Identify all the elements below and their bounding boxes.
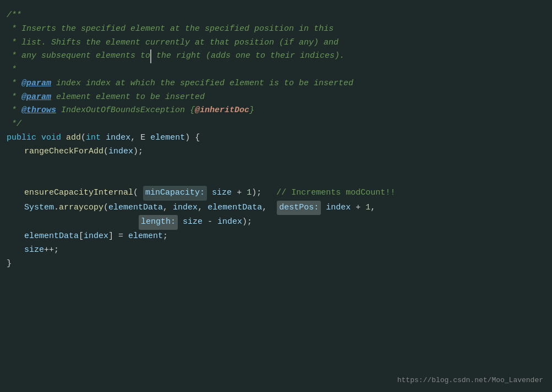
comment-line-8b: IndexOutOfBoundsException { bbox=[56, 104, 195, 118]
comment-line-6a: * bbox=[7, 77, 21, 91]
paren-ensure-close: ); bbox=[252, 186, 276, 200]
comment-line-5: * bbox=[7, 63, 17, 77]
code-line-9: */ bbox=[7, 118, 543, 131]
code-line-6: * @param index index at which the specif… bbox=[7, 77, 543, 91]
footer-url: https://blog.csdn.net/Moo_Lavender bbox=[397, 375, 543, 387]
increment: ++; bbox=[44, 244, 59, 257]
space2 bbox=[61, 131, 66, 145]
arg-index-5: index bbox=[84, 230, 108, 244]
arg-index-2: index bbox=[173, 201, 198, 215]
paren-ensure: ( bbox=[133, 186, 143, 200]
space bbox=[36, 131, 41, 145]
code-line-19: } bbox=[7, 257, 543, 271]
arg-elementdata-1: elementData bbox=[108, 201, 163, 215]
code-line-17: elementData [ index ] = element ; bbox=[7, 230, 543, 244]
comment-line-8a: * bbox=[7, 104, 21, 118]
comma-4: , bbox=[370, 201, 375, 215]
cursor bbox=[150, 49, 156, 63]
code-line-11: rangeCheckForAdd ( index ); bbox=[7, 145, 543, 159]
code-line-2: * Inserts the specified element at the s… bbox=[7, 23, 543, 36]
paren-open: ( bbox=[81, 131, 86, 145]
comment-line-7a: * bbox=[7, 91, 21, 104]
comment-line-6b: index index at which the specified eleme… bbox=[51, 77, 353, 91]
code-block: /** * Inserts the specified element at t… bbox=[0, 0, 552, 392]
bracket-close: ] = bbox=[108, 230, 128, 244]
code-line-13 bbox=[7, 172, 543, 186]
paren-range: ( bbox=[103, 145, 108, 159]
comment-line-3: * list. Shifts the element currently at … bbox=[7, 36, 338, 50]
arg-elementdata-2: elementData bbox=[207, 201, 262, 215]
comment-line-4a: * any subsequent elements to bbox=[7, 49, 150, 63]
code-line-7: * @param element element to be inserted bbox=[7, 91, 543, 104]
comment-close: */ bbox=[7, 118, 21, 131]
method-ensure: ensureCapacityInternal bbox=[24, 186, 133, 200]
id-elementdata-3: elementData bbox=[24, 230, 79, 244]
arg-index-1: index bbox=[108, 145, 133, 159]
paren-array: ( bbox=[103, 201, 108, 215]
keyword-void: void bbox=[41, 131, 61, 145]
comment-line-4b: the right (adds one to their indices). bbox=[156, 49, 345, 63]
semi-elem: ; bbox=[163, 230, 168, 244]
code-line-10: public void add ( int index , E element … bbox=[7, 131, 543, 145]
num-1b: 1 bbox=[365, 201, 370, 215]
tag-param-1: @param bbox=[21, 77, 51, 91]
param-index: index bbox=[106, 131, 130, 145]
tag-throws: @throws bbox=[21, 104, 56, 118]
comment-increments: // Increments modCount!! bbox=[276, 186, 395, 200]
comment-line-8c: } bbox=[249, 104, 254, 118]
hint-destPos: destPos: bbox=[277, 201, 321, 216]
code-line-14: ensureCapacityInternal ( minCapacity: si… bbox=[7, 186, 543, 201]
arg-element-2: element bbox=[128, 230, 163, 244]
space-dest bbox=[321, 201, 326, 215]
comment-open: /** bbox=[7, 9, 21, 23]
semi-range: ); bbox=[133, 145, 143, 159]
method-add: add bbox=[66, 131, 81, 145]
keyword-int: int bbox=[86, 131, 101, 145]
comma-3: , bbox=[262, 201, 277, 215]
keyword-public: public bbox=[7, 131, 36, 145]
hint-minCapacity: minCapacity: bbox=[143, 186, 207, 201]
comma: , E bbox=[130, 131, 150, 145]
brace-close: } bbox=[7, 257, 12, 271]
code-line-4: * any subsequent elements to the right (… bbox=[7, 49, 543, 63]
code-line-1: /** bbox=[7, 9, 543, 23]
num-1: 1 bbox=[247, 186, 252, 200]
space3 bbox=[101, 131, 106, 145]
plus-2: + bbox=[351, 201, 365, 215]
plus-1: + bbox=[232, 186, 247, 200]
code-line-8: * @throws IndexOutOfBoundsException {@in… bbox=[7, 104, 543, 118]
comma-2: , bbox=[198, 201, 207, 215]
code-line-16: length: size - index ); bbox=[7, 215, 543, 230]
code-line-12 bbox=[7, 158, 543, 172]
method-range-check: rangeCheckForAdd bbox=[24, 145, 103, 159]
comment-line-7b: element element to be inserted bbox=[51, 91, 205, 104]
param-element: element bbox=[150, 131, 185, 145]
paren-close: ) { bbox=[185, 131, 200, 145]
id-size-2: size bbox=[183, 216, 203, 229]
code-line-15: System . arraycopy ( elementData , index… bbox=[7, 201, 543, 216]
code-line-5: * bbox=[7, 63, 543, 77]
code-line-18: size ++; bbox=[7, 244, 543, 257]
hint-length: length: bbox=[139, 215, 178, 230]
comment-line-2: * Inserts the specified element at the s… bbox=[7, 23, 314, 36]
paren-length-close: ); bbox=[242, 216, 252, 229]
id-size-3: size bbox=[24, 244, 44, 257]
code-line-3: * list. Shifts the element currently at … bbox=[7, 36, 543, 50]
arg-index-4: index bbox=[217, 216, 242, 229]
comma-1: , bbox=[163, 201, 173, 215]
id-size-1: size bbox=[212, 186, 232, 200]
class-system: System bbox=[24, 201, 54, 215]
method-arraycopy: arraycopy bbox=[59, 201, 103, 215]
space-min bbox=[207, 186, 212, 200]
space-length bbox=[178, 216, 183, 229]
minus-1: - bbox=[203, 216, 217, 229]
dot-1: . bbox=[54, 201, 59, 215]
arg-index-3: index bbox=[326, 201, 351, 215]
bracket-open: [ bbox=[79, 230, 84, 244]
tag-param-2: @param bbox=[21, 91, 51, 104]
